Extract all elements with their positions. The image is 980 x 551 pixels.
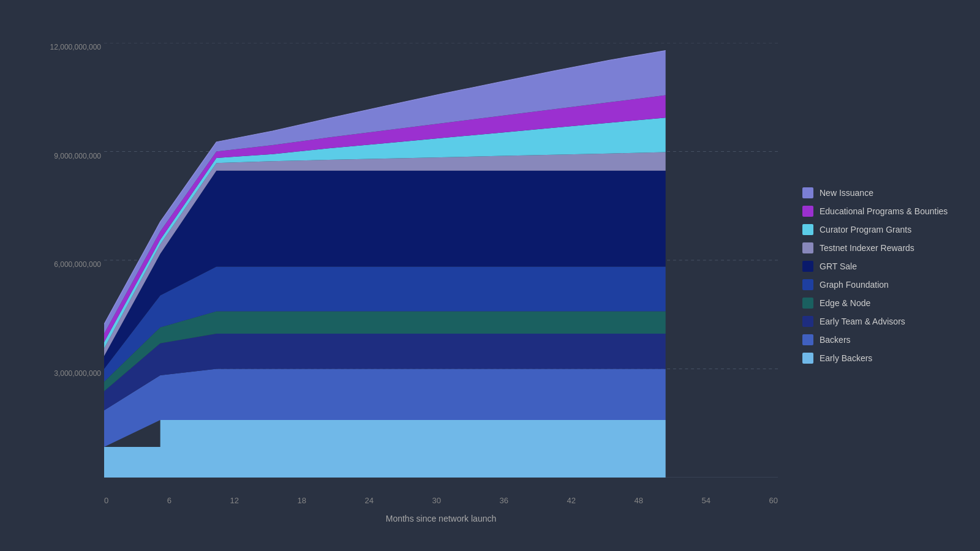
x-axis-title: Months since network launch	[386, 514, 497, 523]
legend-color-new-issuance	[802, 187, 813, 198]
x-label-0: 0	[104, 496, 108, 505]
x-label-48: 48	[635, 496, 643, 505]
legend-color-graph-foundation	[802, 279, 813, 290]
chart-container: 12,000,000,000 9,000,000,000 6,000,000,0…	[0, 0, 980, 551]
legend-label-early-backers: Early Backers	[820, 353, 872, 363]
legend-label-testnet: Testnet Indexer Rewards	[820, 243, 914, 253]
legend-testnet: Testnet Indexer Rewards	[802, 242, 949, 253]
legend-educational: Educational Programs & Bounties	[802, 206, 949, 217]
legend-color-curator	[802, 224, 813, 235]
legend-label-educational: Educational Programs & Bounties	[820, 206, 948, 216]
x-label-36: 36	[500, 496, 508, 505]
y-label-6b: 6,000,000,000	[34, 260, 101, 269]
x-label-42: 42	[567, 496, 576, 505]
legend-grt-sale: GRT Sale	[802, 261, 949, 272]
y-label-3b: 3,000,000,000	[34, 369, 101, 378]
x-label-54: 54	[702, 496, 710, 505]
legend-early-backers: Early Backers	[802, 353, 949, 364]
legend-color-testnet	[802, 242, 813, 253]
legend-color-grt-sale	[802, 261, 813, 272]
chart-area: 12,000,000,000 9,000,000,000 6,000,000,0…	[104, 43, 778, 478]
legend-color-early-team	[802, 316, 813, 327]
legend-label-graph-foundation: Graph Foundation	[820, 280, 889, 290]
y-label-12b: 12,000,000,000	[34, 43, 101, 51]
x-label-60: 60	[769, 496, 778, 505]
x-axis-labels: 0 6 12 18 24 30 36 42 48 54 60	[104, 496, 778, 505]
x-label-12: 12	[230, 496, 239, 505]
x-label-30: 30	[432, 496, 441, 505]
legend-color-early-backers	[802, 353, 813, 364]
legend-color-edge-node	[802, 298, 813, 309]
legend-label-curator: Curator Program Grants	[820, 225, 911, 234]
legend-label-edge-node: Edge & Node	[820, 298, 870, 308]
chart-wrapper: 12,000,000,000 9,000,000,000 6,000,000,0…	[31, 24, 949, 527]
legend-early-team: Early Team & Advisors	[802, 316, 949, 327]
legend-label-new-issuance: New Issuance	[820, 188, 873, 198]
legend-color-educational	[802, 206, 813, 217]
legend-label-backers: Backers	[820, 335, 851, 345]
y-label-9b: 9,000,000,000	[34, 152, 101, 160]
x-label-24: 24	[365, 496, 374, 505]
legend-color-backers	[802, 334, 813, 345]
y-axis-labels: 12,000,000,000 9,000,000,000 6,000,000,0…	[34, 43, 101, 478]
legend-label-early-team: Early Team & Advisors	[820, 317, 905, 326]
legend-backers: Backers	[802, 334, 949, 345]
x-label-6: 6	[167, 496, 172, 505]
chart-svg	[104, 43, 778, 478]
legend-area: New Issuance Educational Programs & Boun…	[778, 24, 949, 527]
legend-graph-foundation: Graph Foundation	[802, 279, 949, 290]
x-label-18: 18	[298, 496, 306, 505]
area-early-backers	[104, 420, 666, 478]
legend-label-grt-sale: GRT Sale	[820, 261, 857, 271]
legend-edge-node: Edge & Node	[802, 298, 949, 309]
legend-new-issuance: New Issuance	[802, 187, 949, 198]
legend-curator: Curator Program Grants	[802, 224, 949, 235]
